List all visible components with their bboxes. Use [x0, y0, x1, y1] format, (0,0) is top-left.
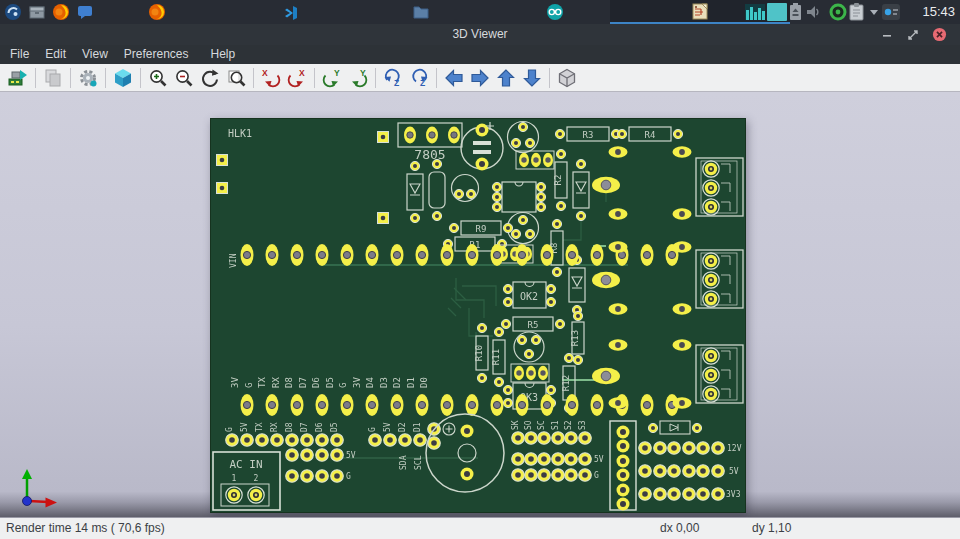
zoom-out-button[interactable]	[172, 66, 196, 90]
file-manager-task-icon[interactable]	[412, 3, 430, 21]
svg-text:G: G	[368, 427, 377, 432]
menu-help[interactable]: Help	[203, 45, 244, 64]
vscode-task-icon[interactable]	[282, 3, 300, 21]
module-pin-labels: 3V G TX RX D8 D7 D6 D5 G 3V D4 D3 D2 D1 …	[230, 377, 429, 388]
svg-text:D5: D5	[330, 422, 339, 432]
rotate-y-ccw-button[interactable]: Y	[346, 66, 370, 90]
pan-down-arrow-icon	[522, 68, 542, 88]
rotate-z-ccw-icon: Z	[409, 68, 429, 88]
pan-left-button[interactable]	[442, 66, 466, 90]
svg-text:G: G	[346, 472, 351, 481]
menu-edit[interactable]: Edit	[37, 45, 74, 64]
window-title: 3D Viewer	[0, 24, 960, 45]
teal-widget-icon[interactable]	[767, 2, 787, 22]
tray-expand-caret-icon[interactable]	[868, 2, 880, 22]
pan-up-button[interactable]	[494, 66, 518, 90]
system-monitor-widget-icon[interactable]	[745, 2, 765, 22]
svg-text:S2: S2	[564, 420, 573, 430]
pan-right-button[interactable]	[468, 66, 492, 90]
toolbar-separator	[140, 68, 141, 88]
render-time-text: Render time 14 ms ( 70,6 fps)	[6, 518, 165, 539]
firefox-task-icon[interactable]	[148, 3, 166, 21]
svg-text:5V: 5V	[383, 422, 392, 432]
battery-tray-icon[interactable]	[789, 2, 802, 22]
clipboard-icon[interactable]	[848, 2, 865, 22]
menu-preferences[interactable]: Preferences	[116, 45, 197, 64]
svg-text:D7: D7	[300, 422, 309, 432]
toolbar-separator	[375, 68, 376, 88]
svg-text:D2: D2	[398, 422, 407, 432]
archive-manager-icon[interactable]	[28, 3, 46, 21]
svg-text:Y: Y	[334, 68, 340, 78]
svg-text:X: X	[299, 68, 305, 78]
ortho-cube-icon	[557, 68, 577, 88]
menubar: File Edit View Preferences Help	[0, 45, 960, 64]
app-launcher-icon[interactable]	[4, 3, 22, 21]
close-button[interactable]	[930, 24, 948, 45]
rotate-x-cw-button[interactable]: X	[259, 66, 283, 90]
statusbar: Render time 14 ms ( 70,6 fps) dx 0,00 dy…	[0, 517, 960, 539]
dx-readout: dx 0,00	[660, 518, 699, 539]
coil-pads	[511, 364, 549, 382]
set-3d-view-button[interactable]	[111, 66, 135, 90]
rotate-x-ccw-button[interactable]: X	[285, 66, 309, 90]
maximize-button[interactable]	[904, 24, 922, 45]
svg-text:R11: R11	[491, 349, 501, 365]
pan-down-button[interactable]	[520, 66, 544, 90]
window-titlebar[interactable]: 3D Viewer	[0, 24, 960, 45]
svg-text:SDA: SDA	[399, 455, 408, 470]
svg-text:R5: R5	[528, 320, 539, 330]
toolbar-separator	[549, 68, 550, 88]
svg-text:5V: 5V	[240, 422, 249, 432]
rotate-y-ccw-icon: Y	[348, 68, 368, 88]
toolbar-separator	[35, 68, 36, 88]
viewport-3d[interactable]: HLK1 7805	[0, 92, 960, 517]
toolbar-separator	[436, 68, 437, 88]
z-axis-dot	[23, 497, 32, 506]
rotate-x-cw-icon: X	[261, 68, 281, 88]
toolbar-separator	[70, 68, 71, 88]
toolbar-separator	[105, 68, 106, 88]
pcb-3d-view[interactable]: HLK1 7805	[210, 118, 746, 513]
volume-icon[interactable]	[805, 2, 821, 22]
rotate-z-ccw-button[interactable]: Z	[407, 66, 431, 90]
zoom-fit-button[interactable]	[224, 66, 248, 90]
toolbar: X X Y Y Z Z	[0, 64, 960, 92]
menu-file[interactable]: File	[2, 45, 37, 64]
orthographic-projection-button[interactable]	[555, 66, 579, 90]
pan-right-arrow-icon	[470, 68, 490, 88]
svg-text:5V: 5V	[594, 455, 604, 464]
chat-app-icon[interactable]	[76, 3, 94, 21]
rotate-x-ccw-icon: X	[287, 68, 307, 88]
svg-text:D2: D2	[392, 377, 402, 388]
svg-text:D5: D5	[325, 377, 335, 388]
svg-text:G: G	[594, 471, 599, 480]
svg-text:SC: SC	[537, 420, 546, 430]
svg-text:S1: S1	[551, 420, 560, 430]
reload-board-button[interactable]	[6, 66, 30, 90]
rotate-y-cw-button[interactable]: Y	[320, 66, 344, 90]
zoom-out-icon	[174, 68, 194, 88]
zoom-in-button[interactable]	[146, 66, 170, 90]
firefox-launcher-icon[interactable]	[52, 3, 70, 21]
status-ring-icon[interactable]	[828, 2, 848, 22]
svg-text:TX: TX	[255, 422, 264, 432]
svg-text:D8: D8	[284, 377, 294, 388]
coil-pads	[516, 151, 554, 169]
copy-image-icon	[43, 68, 63, 88]
redraw-button[interactable]	[198, 66, 222, 90]
toolbar-separator	[314, 68, 315, 88]
minimize-button[interactable]	[878, 24, 896, 45]
svg-text:3V: 3V	[352, 377, 362, 388]
copy-image-button[interactable]	[41, 66, 65, 90]
notifications-icon[interactable]	[881, 2, 901, 22]
svg-text:RX: RX	[270, 422, 279, 432]
arduino-task-icon[interactable]	[546, 3, 564, 21]
svg-text:SK: SK	[511, 420, 520, 430]
svg-text:AC IN: AC IN	[229, 458, 262, 471]
svg-text:SCL: SCL	[414, 455, 423, 470]
render-options-button[interactable]	[76, 66, 100, 90]
desktop-taskbar: 15:43	[0, 0, 960, 24]
menu-view[interactable]: View	[74, 45, 116, 64]
rotate-z-cw-button[interactable]: Z	[381, 66, 405, 90]
